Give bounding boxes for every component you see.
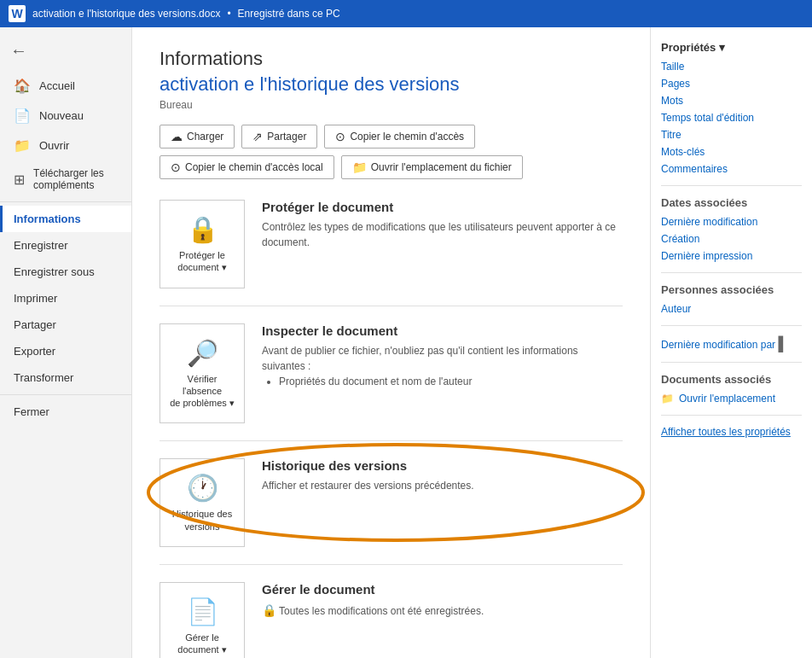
inspect-icon: 🔎 bbox=[187, 338, 218, 368]
sidebar-item-partager[interactable]: Partager bbox=[0, 312, 131, 338]
info-sections: 🔒 Protéger ledocument ▾ Protéger le docu… bbox=[160, 200, 623, 658]
new-doc-icon: 📄 bbox=[14, 108, 31, 124]
sidebar-item-exporter[interactable]: Exporter bbox=[0, 338, 131, 364]
sidebar-item-enregistrer-sous[interactable]: Enregistrer sous bbox=[0, 259, 131, 285]
gerer-title: Gérer le document bbox=[262, 582, 623, 597]
sidebar-item-transformer[interactable]: Transformer bbox=[0, 364, 131, 391]
sidebar-item-accueil[interactable]: 🏠 Accueil bbox=[0, 71, 131, 101]
inspecter-desc: Avant de publier ce fichier, n'oubliez p… bbox=[262, 343, 623, 389]
main-content: Informations activation e l'historique d… bbox=[132, 27, 650, 658]
dates-section-header: Dates associées bbox=[661, 196, 802, 209]
properties-title: Propriétés ▾ bbox=[661, 41, 802, 54]
prop-temps[interactable]: Temps total d'édition bbox=[661, 112, 802, 124]
inspecter-content: Inspecter le document Avant de publier c… bbox=[262, 323, 623, 393]
prop-pages[interactable]: Pages bbox=[661, 78, 802, 90]
docs-associes-header: Documents associés bbox=[661, 373, 802, 386]
proteger-box-label: Protéger ledocument ▾ bbox=[177, 249, 226, 274]
back-button[interactable]: ← bbox=[0, 34, 131, 67]
prop-divider-1 bbox=[661, 185, 802, 186]
section-gerer: 📄 Gérer ledocument ▾ Gérer le document 🔒… bbox=[160, 582, 623, 658]
share-icon: ⇗ bbox=[252, 130, 263, 143]
prop-mots[interactable]: Mots bbox=[661, 95, 802, 107]
gerer-box-label: Gérer ledocument ▾ bbox=[177, 632, 226, 656]
ouvrir-emplacement-button[interactable]: 📁 Ouvrir l'emplacement du fichier bbox=[341, 155, 523, 179]
sidebar-item-telecharger[interactable]: ⊞ Télécharger les compléments bbox=[0, 160, 131, 198]
prop-derniere-impression[interactable]: Dernière impression bbox=[661, 250, 802, 262]
properties-panel: Propriétés ▾ Taille Pages Mots Temps tot… bbox=[650, 27, 812, 658]
history-icon: 🕐 bbox=[187, 473, 218, 503]
prop-creation[interactable]: Création bbox=[661, 233, 802, 245]
sidebar-item-ouvrir[interactable]: 📁 Ouvrir bbox=[0, 131, 131, 160]
save-status: Enregistré dans ce PC bbox=[238, 8, 340, 20]
historique-desc: Afficher et restaurer des versions précé… bbox=[262, 478, 623, 493]
manage-doc-icon: 📄 bbox=[187, 597, 218, 626]
title-bar: W activation e l'historique des versions… bbox=[0, 0, 812, 27]
prop-divider-5 bbox=[661, 415, 802, 416]
prop-divider-3 bbox=[661, 325, 802, 326]
inspecter-title: Inspecter le document bbox=[262, 323, 623, 338]
prop-mots-cles[interactable]: Mots-clés bbox=[661, 146, 802, 158]
sidebar: ← 🏠 Accueil 📄 Nouveau 📁 Ouvrir ⊞ Télécha… bbox=[0, 27, 132, 658]
doc-title: activation e l'historique des versions bbox=[160, 73, 623, 96]
upload-icon: ☁ bbox=[171, 130, 183, 143]
sidebar-divider-2 bbox=[0, 394, 131, 395]
proteger-content: Protéger le document Contrôlez les types… bbox=[262, 200, 623, 250]
prop-derniere-modif[interactable]: Dernière modification bbox=[661, 216, 802, 228]
gerer-icon-box[interactable]: 📄 Gérer ledocument ▾ bbox=[160, 582, 245, 658]
prop-divider-4 bbox=[661, 362, 802, 363]
inspecter-icon-box[interactable]: 🔎 Vérifier l'absencede problèmes ▾ bbox=[160, 323, 245, 424]
inspecter-box-label: Vérifier l'absencede problèmes ▾ bbox=[167, 373, 237, 410]
prop-commentaires[interactable]: Commentaires bbox=[661, 163, 802, 175]
personnes-section-header: Personnes associées bbox=[661, 283, 802, 296]
section-historique: 🕐 Historique desversions Historique des … bbox=[160, 458, 623, 565]
info-main: 🔒 Protéger ledocument ▾ Protéger le docu… bbox=[160, 200, 623, 658]
sidebar-divider bbox=[0, 201, 131, 202]
folder-small-icon: 📁 bbox=[661, 393, 674, 405]
historique-box-label: Historique desversions bbox=[172, 508, 232, 533]
prop-taille[interactable]: Taille bbox=[661, 61, 802, 73]
section-inspecter: 🔎 Vérifier l'absencede problèmes ▾ Inspe… bbox=[160, 323, 623, 442]
proteger-desc: Contrôlez les types de modifications que… bbox=[262, 219, 623, 250]
copier-chemin-button[interactable]: ⊙ Copier le chemin d'accès bbox=[324, 125, 475, 148]
charger-button[interactable]: ☁ Charger bbox=[160, 125, 235, 148]
copy-local-icon: ⊙ bbox=[171, 160, 181, 174]
lock-icon: 🔒 bbox=[187, 214, 218, 244]
prop-titre[interactable]: Titre bbox=[661, 129, 802, 141]
prop-auteur[interactable]: Auteur bbox=[661, 303, 802, 315]
proteger-icon-box[interactable]: 🔒 Protéger ledocument ▾ bbox=[160, 200, 245, 288]
copy-path-icon: ⊙ bbox=[335, 130, 345, 143]
copier-chemin-local-button[interactable]: ⊙ Copier le chemin d'accès local bbox=[160, 155, 334, 179]
folder-icon: 📁 bbox=[352, 160, 367, 174]
title-separator: • bbox=[227, 8, 230, 20]
gerer-content: Gérer le document 🔒 Toutes les modificat… bbox=[262, 582, 623, 620]
section-proteger: 🔒 Protéger ledocument ▾ Protéger le docu… bbox=[160, 200, 623, 306]
sidebar-item-enregistrer[interactable]: Enregistrer bbox=[0, 232, 131, 259]
cursor-icon: ▌ bbox=[778, 336, 787, 351]
prop-derniere-modif-par: Dernière modification par ▌ bbox=[661, 336, 802, 352]
partager-button[interactable]: ⇗ Partager bbox=[241, 125, 317, 148]
doc-subtitle: Bureau bbox=[160, 99, 623, 111]
afficher-toutes-props-link[interactable]: Afficher toutes les propriétés bbox=[661, 426, 802, 438]
page-title: Informations bbox=[160, 48, 623, 70]
sidebar-item-nouveau[interactable]: 📄 Nouveau bbox=[0, 101, 131, 131]
action-buttons-row: ☁ Charger ⇗ Partager ⊙ Copier le chemin … bbox=[160, 125, 623, 179]
proteger-title: Protéger le document bbox=[262, 200, 623, 214]
historique-content: Historique des versions Afficher et rest… bbox=[262, 458, 623, 493]
historique-title: Historique des versions bbox=[262, 458, 623, 473]
sidebar-item-informations[interactable]: Informations bbox=[0, 206, 131, 232]
sidebar-item-fermer[interactable]: Fermer bbox=[0, 399, 131, 425]
doc-filename: activation e l'historique des versions.d… bbox=[32, 8, 220, 20]
historique-icon-box[interactable]: 🕐 Historique desversions bbox=[160, 458, 245, 547]
open-icon: 📁 bbox=[14, 137, 31, 154]
ouvrir-emplacement-link[interactable]: 📁 Ouvrir l'emplacement bbox=[661, 393, 802, 405]
back-arrow-icon: ← bbox=[10, 41, 27, 61]
download-icon: ⊞ bbox=[14, 172, 25, 188]
gerer-desc: 🔒 Toutes les modifications ont été enreg… bbox=[262, 602, 623, 620]
app-body: ← 🏠 Accueil 📄 Nouveau 📁 Ouvrir ⊞ Télécha… bbox=[0, 27, 812, 658]
sidebar-item-imprimer[interactable]: Imprimer bbox=[0, 285, 131, 312]
word-icon: W bbox=[9, 5, 26, 22]
home-icon: 🏠 bbox=[14, 78, 31, 94]
prop-divider-2 bbox=[661, 272, 802, 273]
